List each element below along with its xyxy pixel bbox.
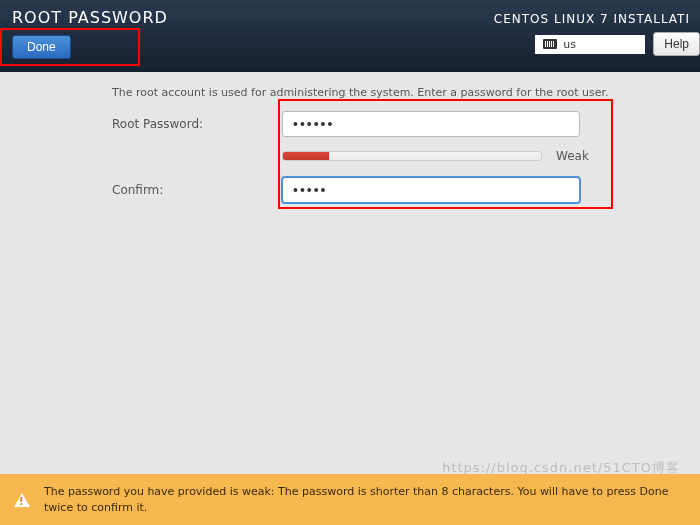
content-area: The root account is used for administeri… bbox=[0, 72, 700, 235]
installer-title: CENTOS LINUX 7 INSTALLATI bbox=[494, 12, 690, 26]
password-form: Root Password: Weak Confirm: bbox=[112, 111, 680, 203]
help-button[interactable]: Help bbox=[653, 32, 700, 56]
confirm-row: Confirm: bbox=[112, 177, 680, 203]
warning-icon bbox=[14, 493, 30, 507]
header-bar: ROOT PASSWORD Done CENTOS LINUX 7 INSTAL… bbox=[0, 0, 700, 72]
keyboard-icon bbox=[543, 39, 557, 49]
done-button[interactable]: Done bbox=[12, 35, 71, 59]
confirm-label: Confirm: bbox=[112, 183, 282, 197]
strength-row: Weak bbox=[282, 149, 680, 163]
keyboard-layout-label: us bbox=[563, 38, 576, 51]
strength-meter-fill bbox=[283, 152, 329, 160]
header-right-row: us Help bbox=[494, 32, 700, 56]
strength-label: Weak bbox=[556, 149, 589, 163]
root-password-input[interactable] bbox=[282, 111, 580, 137]
warning-bar: The password you have provided is weak: … bbox=[0, 474, 700, 525]
instruction-text: The root account is used for administeri… bbox=[112, 86, 680, 99]
confirm-password-input[interactable] bbox=[282, 177, 580, 203]
strength-meter bbox=[282, 151, 542, 161]
warning-text: The password you have provided is weak: … bbox=[44, 484, 686, 515]
root-password-row: Root Password: bbox=[112, 111, 680, 137]
root-password-label: Root Password: bbox=[112, 117, 282, 131]
done-highlight-box: Done bbox=[0, 28, 140, 66]
keyboard-layout-selector[interactable]: us bbox=[535, 35, 645, 54]
header-right: CENTOS LINUX 7 INSTALLATI us Help bbox=[494, 12, 700, 56]
